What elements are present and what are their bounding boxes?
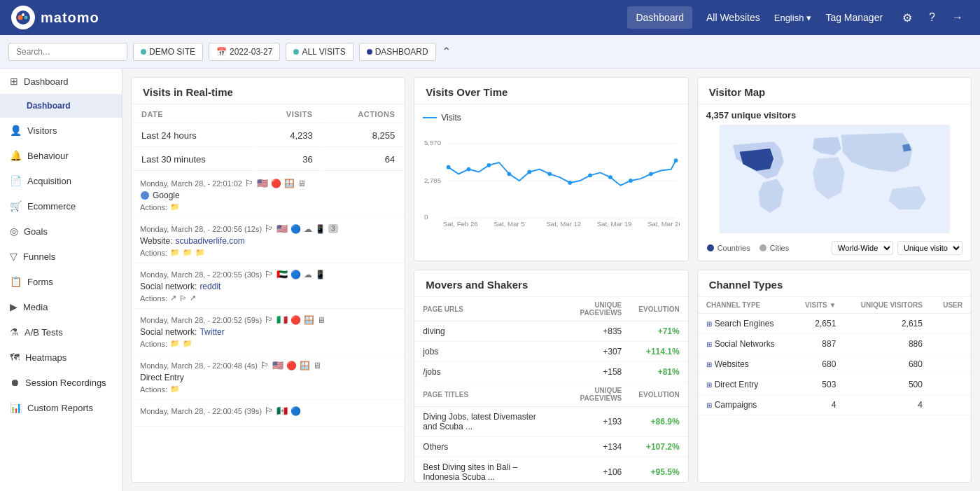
channel-table: CHANNEL TYPE VISITS ▼ UNIQUE VISITORS US…: [698, 297, 971, 415]
visit-source: G Google: [140, 191, 396, 200]
svg-text:Sat, Feb 26: Sat, Feb 26: [443, 220, 478, 228]
nav-dashboard[interactable]: Dashboard: [627, 6, 692, 29]
realtime-card: Visits in Real-time DATE VISITS ACTIONS …: [131, 77, 405, 483]
logo-text: matomo: [41, 10, 99, 26]
browser-icon: 🔵: [290, 270, 301, 279]
sidebar-item-ecommerce[interactable]: 🛒 Ecommerce: [0, 193, 122, 219]
svg-point-14: [487, 163, 491, 167]
dashboard-button[interactable]: DASHBOARD: [359, 43, 436, 61]
svg-point-15: [507, 172, 512, 176]
url-cell: /jobs: [414, 362, 553, 382]
col-user: USER: [931, 297, 971, 314]
nav-tag-manager[interactable]: Tag Manager: [817, 6, 891, 29]
sidebar-item-heatmaps[interactable]: 🗺 Heatmaps: [0, 345, 122, 370]
table-row: Diving Jobs, latest Divemaster and Scuba…: [414, 407, 687, 437]
source-link[interactable]: reddit: [200, 282, 220, 291]
cities-legend[interactable]: Cities: [759, 244, 790, 252]
all-visits-button[interactable]: ALL VISITS: [286, 43, 353, 61]
toolbar-more-icon[interactable]: ⌃: [442, 45, 451, 58]
country-it-flag: 🇮🇹: [276, 314, 288, 325]
evolution-cell: +114.1%: [630, 342, 687, 362]
pageviews-cell: +835: [553, 321, 630, 342]
ab-tests-icon: ⚗: [10, 326, 19, 338]
visit-time: Monday, March 28, - 22:00:48 (4s) 🏳 🇺🇸 🔴…: [140, 360, 396, 371]
svg-point-20: [608, 175, 612, 179]
sidebar-item-goals[interactable]: ◎ Goals: [0, 219, 122, 244]
sidebar-item-session-recordings[interactable]: ⏺ Session Recordings: [0, 370, 122, 395]
scope-select[interactable]: World-Wide: [832, 241, 893, 255]
pageviews-cell: +158: [553, 362, 630, 382]
evolution-cell: +95.5%: [630, 457, 687, 483]
channel-types-card: Channel Types CHANNEL TYPE VISITS ▼ UNIQ…: [697, 270, 972, 483]
help-icon[interactable]: ?: [923, 7, 941, 28]
unique-cell: 680: [844, 354, 931, 375]
custom-reports-icon: 📊: [10, 402, 22, 413]
date-button[interactable]: 📅 2022-03-27: [209, 43, 280, 61]
action-icon: 📁: [183, 339, 192, 348]
unique-visitors-stat: 4,357 unique visitors: [706, 110, 962, 120]
col-pageviews: UNIQUE PAGEVIEWS: [553, 297, 630, 321]
visits-cell: 503: [792, 375, 844, 395]
logo[interactable]: matomo: [11, 6, 99, 29]
user-cell: [931, 375, 971, 395]
col-date: DATE: [133, 106, 255, 123]
nav-all-websites[interactable]: All Websites: [698, 6, 769, 29]
expand-icon: ⊞: [706, 361, 712, 368]
nav-language[interactable]: English ▾: [774, 13, 812, 23]
os-icon: 🪟: [300, 361, 310, 371]
search-input[interactable]: [8, 43, 127, 61]
country-flag: 🏳: [260, 360, 270, 371]
pageviews-cell: +134: [553, 437, 630, 457]
col-evolution: EVOLUTION: [630, 297, 687, 321]
demo-site-button[interactable]: DEMO SITE: [133, 43, 203, 61]
browser-chrome-icon: 🔴: [271, 179, 281, 188]
source-link[interactable]: Twitter: [200, 327, 224, 337]
visit-time: Monday, March 28, - 22:00:45 (39s) 🏳 🇲🇽 …: [140, 406, 396, 416]
visits-cell: 887: [792, 334, 844, 354]
table-row: Others +134 +107.2%: [414, 437, 687, 457]
sidebar-item-media[interactable]: ▶ Media: [0, 294, 122, 319]
sidebar-item-visitors[interactable]: 👤 Visitors: [0, 118, 122, 143]
list-item: Monday, March 28, - 22:00:55 (30s) 🏳 🇦🇪 …: [132, 263, 405, 309]
sidebar-item-dashboard[interactable]: ⊞ Dashboard: [0, 69, 122, 94]
countries-legend[interactable]: Countries: [706, 244, 750, 252]
svg-point-23: [674, 158, 678, 162]
realtime-title: Visits in Real-time: [132, 78, 405, 104]
sidebar-item-forms[interactable]: 📋 Forms: [0, 269, 122, 294]
main-layout: ⊞ Dashboard Dashboard 👤 Visitors 🔔 Behav…: [0, 69, 980, 491]
sidebar-item-acquisition[interactable]: 📄 Acquisition: [0, 168, 122, 193]
channel-types-title: Channel Types: [698, 270, 971, 297]
browser-icon: 🔵: [290, 406, 301, 416]
sidebar-item-funnels[interactable]: ▽ Funnels: [0, 244, 122, 269]
user-icon[interactable]: →: [946, 7, 969, 28]
list-item: Monday, March 28, - 22:01:02 🏳 🇺🇸 🔴 🪟 🖥 …: [132, 172, 405, 218]
channel-label: ⊞Search Engines: [698, 314, 792, 334]
sidebar-item-custom-reports[interactable]: 📊 Custom Reports: [0, 395, 122, 420]
col-visits: VISITS: [256, 106, 321, 123]
cloud-icon: ☁: [304, 224, 312, 234]
funnels-icon: ▽: [10, 251, 18, 262]
visit-actions: Actions: ↗ 🏳 ↗: [140, 293, 396, 303]
visit-actions: Actions: 📁: [140, 202, 396, 212]
url-cell: jobs: [414, 342, 553, 362]
list-item: Monday, March 28, - 22:00:52 (59s) 🏳 🇮🇹 …: [132, 309, 405, 354]
svg-point-19: [589, 173, 593, 177]
sidebar-item-dashboard-sub[interactable]: Dashboard: [0, 94, 122, 118]
table-row: ⊞Campaigns 4 4: [698, 395, 971, 415]
sidebar-item-ab-tests[interactable]: ⚗ A/B Tests: [0, 319, 122, 345]
evolution-cell: +107.2%: [630, 437, 687, 457]
list-item: Monday, March 28, - 22:00:48 (4s) 🏳 🇺🇸 🔴…: [132, 354, 405, 400]
dash-dot: [367, 49, 372, 55]
sidebar-item-behaviour[interactable]: 🔔 Behaviour: [0, 143, 122, 168]
source-link[interactable]: scubadiverlife.com: [175, 236, 244, 246]
title-cell: Others: [414, 437, 553, 457]
visit-source: Social network: reddit: [140, 282, 396, 291]
metric-select[interactable]: Unique visito: [897, 241, 962, 255]
table-row: /jobs +158 +81%: [414, 362, 687, 382]
svg-point-1: [18, 15, 23, 20]
visit-time: Monday, March 28, - 22:01:02 🏳 🇺🇸 🔴 🪟 🖥: [140, 178, 396, 188]
svg-text:5,570: 5,570: [424, 139, 441, 146]
table-row: Last 24 hours 4,233 8,255: [133, 125, 403, 147]
settings-icon[interactable]: ⚙: [897, 7, 918, 29]
visit-list: Monday, March 28, - 22:01:02 🏳 🇺🇸 🔴 🪟 🖥 …: [132, 172, 405, 427]
